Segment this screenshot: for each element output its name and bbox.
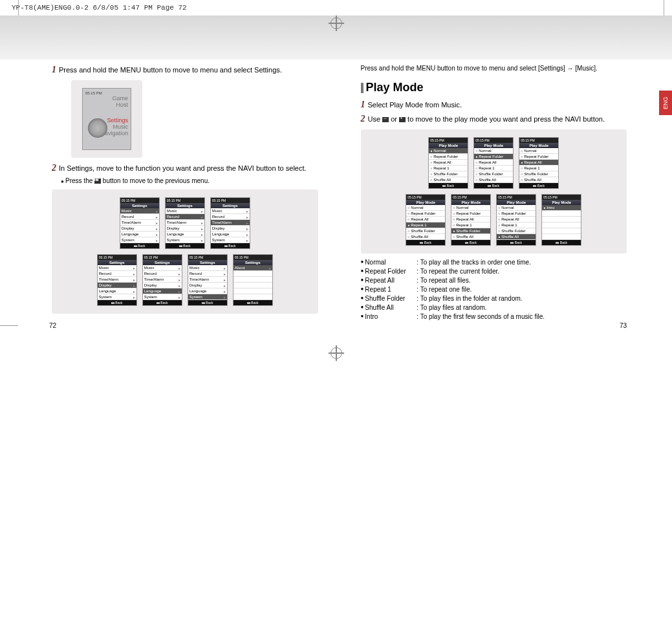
section-title-text: Play Mode bbox=[366, 81, 424, 94]
settings-screens-panel: 05:15 PMSettingsMusic▸Record▸Time/Alarm▸… bbox=[52, 189, 318, 314]
menu-row: Time/Alarm▸ bbox=[188, 277, 227, 283]
page-73: Press and hold the MENU button to move t… bbox=[336, 65, 673, 322]
step-text: Select Play Mode from Music. bbox=[368, 100, 462, 110]
step-number: 2 bbox=[52, 163, 56, 173]
menu-row: Record▸ bbox=[143, 271, 182, 277]
definition-desc: To play files at random. bbox=[417, 304, 486, 311]
chevron-right-icon: ▸ bbox=[224, 289, 226, 294]
menu-row: System▸ bbox=[98, 294, 136, 300]
menu-row: Repeat All bbox=[519, 160, 558, 166]
menu-row: Music▸ bbox=[188, 265, 227, 271]
page-number-left: 72 bbox=[49, 322, 56, 329]
definition-label: Shuffle All bbox=[365, 304, 417, 311]
menu-row: Record▸ bbox=[120, 214, 159, 220]
chevron-right-icon: ▸ bbox=[179, 277, 180, 282]
statusbar: 05:15 PM bbox=[98, 255, 136, 260]
menu-row: Repeat All bbox=[474, 160, 513, 166]
menu-row: Repeat Folder bbox=[497, 211, 536, 217]
step-text: Press and hold the MENU button to move t… bbox=[59, 65, 282, 75]
chevron-right-icon: ▸ bbox=[179, 266, 180, 270]
menu-row: Display▸ bbox=[188, 283, 227, 288]
menu-row: Repeat All bbox=[429, 160, 468, 166]
definition-label: Shuffle Folder bbox=[365, 295, 417, 302]
chevron-right-icon: ▸ bbox=[224, 295, 226, 299]
menu-row: Music▸ bbox=[98, 265, 136, 271]
menu-row: Time/Alarm▸ bbox=[120, 220, 159, 226]
chevron-right-icon: ▸ bbox=[133, 277, 135, 282]
menu-row: Repeat All bbox=[451, 217, 490, 222]
statusbar: 05:15 PM bbox=[120, 198, 159, 203]
step-number: 1 bbox=[361, 100, 365, 110]
menu-row: Language▸ bbox=[211, 232, 250, 237]
menu-row: Shuffle Folder bbox=[406, 228, 445, 234]
back-bar: ⏮ Back bbox=[143, 300, 182, 305]
menu-row: Display▸ bbox=[143, 283, 182, 288]
menu-row: System▸ bbox=[120, 237, 159, 243]
definition-row: IntroTo play the first few seconds of a … bbox=[361, 313, 627, 320]
chevron-right-icon: ▸ bbox=[246, 215, 248, 219]
definition-label: Repeat Folder bbox=[365, 268, 417, 275]
chevron-right-icon: ▸ bbox=[156, 238, 158, 243]
device-settings-screen: 05:15 PMSettingsMusic▸Record▸Time/Alarm▸… bbox=[120, 197, 160, 249]
chevron-right-icon: ▸ bbox=[201, 209, 203, 213]
device-settings-screen: 05:15 PMSettingsMusic▸Record▸Time/Alarm▸… bbox=[97, 254, 137, 306]
menu-row: Display▸ bbox=[98, 283, 136, 288]
menu-row: Language▸ bbox=[120, 232, 159, 237]
menu-row: Repeat Folder bbox=[451, 211, 490, 217]
menu-row: Repeat 1 bbox=[429, 166, 468, 171]
chevron-right-icon: ▸ bbox=[179, 272, 180, 276]
back-bar: ⏮ Back bbox=[166, 243, 204, 248]
device-settings-screen: 05:15 PMSettingsMusic▸Record▸Time/Alarm▸… bbox=[188, 254, 228, 306]
definition-label: Repeat 1 bbox=[365, 286, 417, 293]
definition-desc: To play files in the folder at random. bbox=[417, 295, 522, 302]
menu-row: Normal bbox=[519, 148, 558, 154]
definition-row: NormalTo play all the tracks in order on… bbox=[361, 259, 627, 266]
definition-row: Repeat AllTo repeat all files. bbox=[361, 277, 627, 284]
chevron-right-icon: ▸ bbox=[156, 226, 158, 231]
screen-title: Settings bbox=[98, 260, 136, 265]
screen-title: Settings bbox=[120, 203, 159, 208]
menu-row: Record▸ bbox=[211, 214, 250, 220]
menu-row: Normal bbox=[451, 205, 490, 211]
menu-row: Shuffle All bbox=[519, 177, 558, 183]
page-number-right: 73 bbox=[620, 322, 627, 329]
chevron-right-icon: ▸ bbox=[246, 221, 248, 225]
device-playmode-screen: 05:15 PMPlay ModeNormalRepeat FolderRepe… bbox=[428, 137, 468, 189]
step-number: 2 bbox=[361, 114, 365, 124]
definition-row: Shuffle AllTo play files at random. bbox=[361, 304, 627, 311]
definition-row: Repeat 1To repeat one file. bbox=[361, 286, 627, 293]
chevron-right-icon: ▸ bbox=[133, 283, 135, 288]
chevron-right-icon: ▸ bbox=[156, 221, 158, 225]
chevron-right-icon: ▸ bbox=[133, 289, 135, 294]
statusbar: 05:15 PM bbox=[188, 255, 227, 260]
step-2: 2 Use or to move to the play mode you wa… bbox=[361, 114, 627, 124]
statusbar: 05:15 PM bbox=[166, 198, 204, 203]
step-text: Use or to move to the play mode you want… bbox=[368, 114, 605, 124]
menu-row: Language▸ bbox=[166, 232, 204, 237]
chevron-right-icon: ▸ bbox=[156, 215, 158, 219]
menu-row: Language▸ bbox=[188, 288, 227, 294]
chevron-right-icon: ▸ bbox=[224, 272, 226, 276]
menu-row: Shuffle Folder bbox=[451, 228, 490, 234]
back-bar: ⏮ Back bbox=[211, 243, 250, 248]
menu-row: Repeat Folder bbox=[429, 154, 468, 160]
chevron-right-icon: ▸ bbox=[201, 215, 203, 219]
menu-row: Display▸ bbox=[166, 226, 204, 232]
menu-row: Time/Alarm▸ bbox=[211, 220, 250, 226]
home-screen-panel: 05:15 PM Game Host Settings Music Naviga… bbox=[71, 80, 142, 158]
step-1: 1 Select Play Mode from Music. bbox=[361, 100, 627, 110]
menu-row: Shuffle Folder bbox=[474, 171, 513, 177]
menu-row: Repeat 1 bbox=[406, 222, 445, 228]
menu-row: Repeat 1 bbox=[474, 166, 513, 171]
definition-label: Normal bbox=[365, 259, 417, 266]
menu-row: Shuffle Folder bbox=[429, 171, 468, 177]
definition-label: Intro bbox=[365, 313, 417, 320]
definition-label: Repeat All bbox=[365, 277, 417, 284]
step-text: In Settings, move to the function you wa… bbox=[59, 163, 307, 173]
menu-row: Repeat All bbox=[406, 217, 445, 222]
statusbar: 05:15 PM bbox=[211, 198, 250, 203]
gear-icon bbox=[88, 118, 107, 138]
device-playmode-screen: 05:15 PMPlay ModeNormalRepeat FolderRepe… bbox=[496, 194, 536, 246]
menu-row: Music▸ bbox=[120, 208, 159, 214]
back-bar: ⏮ Back bbox=[120, 243, 159, 248]
